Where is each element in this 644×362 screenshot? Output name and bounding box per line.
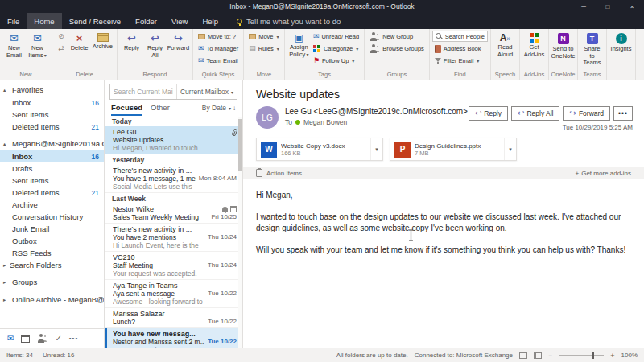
tab-help[interactable]: Help [195,13,225,29]
rules-button[interactable]: ▤Rules▾ [246,43,282,55]
online-archive-header[interactable]: ▸ Online Archive - MeganB@MSIg... [0,293,104,306]
archive-button[interactable]: Archive [91,31,114,69]
sort-dropdown[interactable]: By Date ▾ ↓ [202,104,236,112]
forward-ribbon-button[interactable]: ↪ Forward [167,31,190,69]
move-to-quick-step[interactable]: Move to: ? [196,31,241,43]
to-manager-quick-step[interactable]: ✉To Manager [196,43,241,55]
more-apps-button[interactable]: ••• [69,335,78,342]
ignore-button[interactable]: ⊘ [55,31,68,43]
tab-view[interactable]: View [164,13,195,29]
follow-up-button[interactable]: ⚑Follow Up▾ [311,55,361,67]
normal-view-button[interactable] [519,352,527,359]
new-group-button[interactable]: New Group [367,31,427,43]
zoom-slider-thumb[interactable] [592,352,594,359]
tab-file[interactable]: File [0,13,27,29]
folder-conversation-history[interactable]: Conversation History [0,211,104,223]
sender-address[interactable]: Lee Gu <LeeG@MSIgnite2019c.OnMicrosoft.c… [285,106,469,116]
groups-header[interactable]: ▸ Groups [0,275,104,289]
folder-junk-email[interactable]: Junk Email [0,223,104,235]
assign-policy-button[interactable]: ▣ Assign Policy▾ [287,31,311,69]
message-row[interactable]: Aya Tange in Teams Aya sent a messageTue… [105,280,242,308]
tab-focused[interactable]: Focused [111,100,142,116]
message-row[interactable]: Lee Gu Website updates Hi Megan, I wante… [105,126,242,154]
tab-home[interactable]: Home [27,13,61,29]
search-input[interactable] [114,88,173,96]
folder-outbox[interactable]: Outbox [0,235,104,247]
folder-drafts[interactable]: Drafts [0,162,104,175]
folder-search-folders[interactable]: ▸Search Folders [0,259,104,271]
get-addins-button[interactable]: Get Add-ins [522,31,546,69]
more-actions-button[interactable]: ••• [613,106,633,121]
new-email-button[interactable]: ✉ New Email [2,31,26,69]
folder-archive[interactable]: Archive [0,199,104,211]
filter-email-button[interactable]: Filter Email▾ [432,55,488,67]
account-header[interactable]: ▴ MeganB@MSIgnite2019a.OnMi... [0,137,104,150]
message-row[interactable]: VC210 Staff MeetingThu 10/24 Your reques… [105,252,242,280]
action-items-bar[interactable]: Action Items + Get more add-ins [243,167,644,179]
message-date: Thu 10/24 [208,233,237,241]
insights-button[interactable]: i Insights [609,31,633,69]
unread-read-button[interactable]: ✉Unread/ Read [311,31,361,43]
send-to-onenote-button[interactable]: N Send to OneNote [551,31,575,69]
tab-folder[interactable]: Folder [128,13,164,29]
move-button[interactable]: Move▾ [246,31,282,43]
read-aloud-button[interactable]: A Read Aloud [493,31,517,69]
recipient-name[interactable]: Megan Bowen [303,118,347,126]
reply-all-ribbon-button[interactable]: ↩ Reply All [143,31,167,69]
search-bar[interactable]: Current Mailbox ▾ [109,84,237,100]
zoom-in-button[interactable]: + [610,352,614,360]
scrollbar-thumb[interactable] [238,119,242,171]
folder-inbox-favorite[interactable]: Inbox16 [0,97,104,109]
get-more-addins-button[interactable]: + Get more add-ins [576,170,631,177]
message-row[interactable]: Marissa Salazar Lunch?Tue 10/22 [105,308,242,328]
folder-rss-feeds[interactable]: RSS Feeds [0,247,104,259]
reply-button[interactable]: ↩Reply [469,106,508,121]
list-scrollbar[interactable] [238,117,242,348]
folder-deleted-items-favorite[interactable]: Deleted Items21 [0,121,104,133]
zoom-out-button[interactable]: − [548,352,552,360]
browse-groups-button[interactable]: Browse Groups [367,43,427,55]
close-button[interactable]: × [620,0,644,13]
section-header-today[interactable]: Today [105,116,242,126]
attachment-card[interactable]: W Website Copy v3.docx 166 KB ▾ [256,138,383,161]
team-email-quick-step[interactable]: ✉Team Email [196,55,241,67]
zoom-slider[interactable] [559,355,604,356]
folder-deleted-items[interactable]: Deleted Items21 [0,187,104,199]
message-row[interactable]: You have new messag... Nestor and Mariss… [105,328,242,348]
search-scope-dropdown[interactable]: Current Mailbox ▾ [176,84,233,99]
favorites-header[interactable]: ▴ Favorites [0,83,104,97]
forward-button[interactable]: ↪Forward [563,106,610,121]
people-nav-icon[interactable] [37,334,47,343]
new-items-button[interactable]: ✉ New Items▾ [26,31,49,69]
attachment-dropdown[interactable]: ▾ [370,138,382,160]
search-people-button[interactable]: Search People [432,31,488,42]
section-header-yesterday[interactable]: Yesterday [105,154,242,165]
mail-nav-icon[interactable]: ✉ [7,335,14,343]
calendar-nav-icon[interactable] [21,335,30,343]
message-row[interactable]: There's new activity in ... You have 1 m… [105,165,242,193]
reply-all-button[interactable]: ↩Reply All [511,106,559,121]
presence-available-icon [295,120,300,125]
section-header-last-week[interactable]: Last Week [105,193,242,204]
tell-me-search[interactable]: Tell me what you want to do [237,17,341,26]
folder-sent-items-favorite[interactable]: Sent Items [0,109,104,121]
reading-view-button[interactable] [534,352,542,359]
categorize-button[interactable]: Categorize▾ [311,43,361,55]
tasks-nav-icon[interactable]: ✓ [55,335,61,343]
share-to-teams-button[interactable]: T Share to Teams [580,31,604,69]
tab-send-receive[interactable]: Send / Receive [62,13,128,29]
message-row[interactable]: There's new activity in ... You have 2 m… [105,224,242,252]
reply-ribbon-button[interactable]: ↩ Reply [120,31,143,69]
attachment-dropdown[interactable]: ▾ [504,138,516,160]
delete-button[interactable]: × Delete [68,31,91,69]
tab-other[interactable]: Other [151,100,170,116]
minimize-button[interactable]: ─ [572,0,596,13]
sender-avatar[interactable]: LG [256,106,279,129]
maximize-button[interactable]: □ [596,0,620,13]
message-row[interactable]: Nestor Wilke Sales Team Weekly MeetingFr… [105,204,242,224]
attachment-card[interactable]: P Design Guidelines.pptx 7 MB ▾ [390,138,517,161]
clean-up-button[interactable]: ⇄ [55,43,68,55]
address-book-button[interactable]: Address Book [432,43,488,55]
folder-inbox[interactable]: Inbox16 [0,150,104,162]
folder-sent-items[interactable]: Sent Items [0,175,104,187]
